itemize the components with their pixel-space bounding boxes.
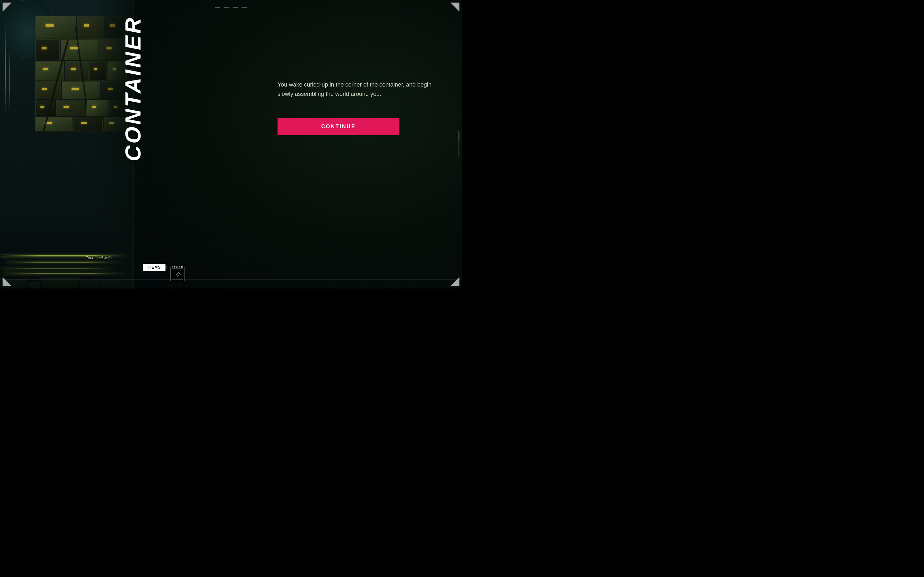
inventory-count: 0 xyxy=(176,282,178,286)
description-text: You wake curled-up in the corner of the … xyxy=(278,80,438,99)
top-dash xyxy=(224,7,229,8)
inventory-icon: ◇ xyxy=(176,271,180,277)
right-panel: You wake curled-up in the corner of the … xyxy=(133,0,462,288)
corner-decoration-br xyxy=(451,277,459,286)
floor-block xyxy=(28,282,40,288)
right-content-area: You wake curled-up in the corner of the … xyxy=(278,80,443,135)
inventory-icon-area: ◇ 0 xyxy=(170,267,185,286)
corner-decoration-tl xyxy=(3,3,11,11)
box-unit xyxy=(65,61,89,81)
tab-items[interactable]: ITEMS xyxy=(143,264,166,271)
top-border xyxy=(0,9,462,9)
scene-caption: Four steel walls. xyxy=(86,256,113,260)
scene-background xyxy=(0,0,133,288)
left-scene-panel xyxy=(0,0,133,288)
box-unit xyxy=(35,16,76,39)
box-unit xyxy=(35,39,60,60)
tab-divider: / xyxy=(165,265,168,269)
wall-light-2 xyxy=(9,48,10,112)
top-dash xyxy=(215,7,220,8)
wall-light-1 xyxy=(5,26,6,115)
inventory-box[interactable]: ◇ xyxy=(170,267,185,281)
floor-block xyxy=(41,277,79,288)
bottom-border xyxy=(0,279,462,280)
location-title: CONTAINER xyxy=(122,16,144,161)
box-unit xyxy=(56,100,86,116)
box-unit xyxy=(35,117,73,131)
corner-decoration-bl xyxy=(3,277,11,286)
continue-button[interactable]: CONTINUE xyxy=(278,118,399,135)
top-dash xyxy=(233,7,238,8)
scroll-indicator xyxy=(459,131,459,157)
corner-decoration-tr xyxy=(451,3,459,11)
top-dash xyxy=(242,7,247,8)
dot-grid-overlay xyxy=(133,0,462,288)
top-dashes xyxy=(215,7,247,8)
